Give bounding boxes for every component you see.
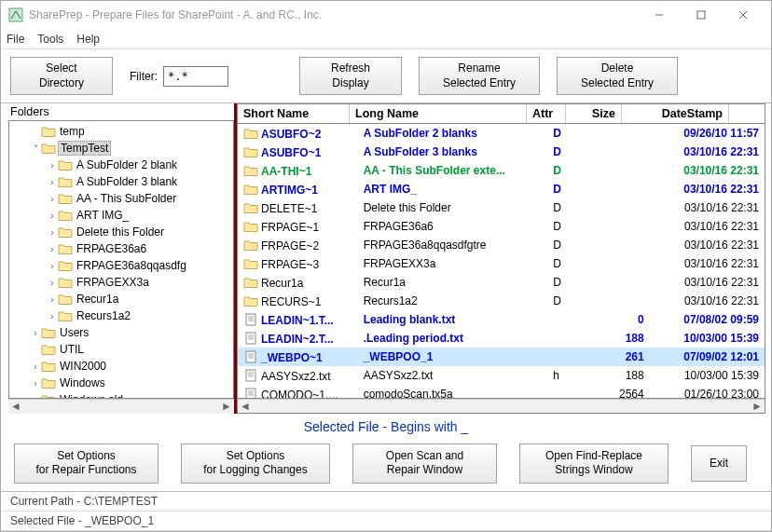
- expand-icon[interactable]: ›: [47, 244, 58, 254]
- list-row[interactable]: FRPAGE~3FRPAGEXX3aD03/10/16 22:31: [238, 254, 765, 273]
- list-row[interactable]: COMODO~1....comodoScan.tx5a256401/26/10 …: [238, 385, 765, 399]
- cell-size: 2564: [619, 388, 644, 399]
- tree-item[interactable]: ›FRPAGEXX3a: [9, 274, 233, 291]
- close-button[interactable]: [722, 2, 764, 28]
- col-datestamp[interactable]: DateStamp: [622, 104, 729, 123]
- tree-item[interactable]: ˅TempTest: [9, 140, 233, 157]
- expand-icon[interactable]: ›: [47, 227, 58, 238]
- tree-item[interactable]: ›WIN2000: [9, 358, 233, 375]
- refresh-display-button[interactable]: Refresh Display: [299, 57, 402, 95]
- scroll-left-icon[interactable]: ◄: [10, 400, 21, 413]
- list-row[interactable]: Recur1aRecur1aD03/10/16 22:31: [238, 273, 765, 292]
- minimize-button[interactable]: [638, 2, 680, 28]
- tree-item[interactable]: ›ART IMG_: [9, 207, 233, 224]
- tree-item-label: Recur1a: [75, 293, 120, 306]
- filter-input[interactable]: [163, 66, 228, 87]
- col-attr[interactable]: Attr: [527, 104, 566, 123]
- tree-item[interactable]: ›Recur1a: [9, 291, 233, 307]
- expand-icon[interactable]: ›: [47, 294, 58, 305]
- list-row[interactable]: RECURS~1Recurs1a2D03/10/16 22:31: [238, 292, 765, 310]
- expand-icon[interactable]: ›: [47, 194, 58, 204]
- expand-icon[interactable]: ›: [47, 177, 58, 187]
- expand-icon[interactable]: ›: [47, 211, 58, 221]
- select-directory-button[interactable]: Select Directory: [10, 57, 113, 95]
- set-logging-options-button[interactable]: Set Options for Logging Changes: [181, 443, 330, 484]
- menu-tools[interactable]: Tools: [37, 33, 63, 46]
- rename-selected-button[interactable]: Rename Selected Entry: [419, 57, 540, 95]
- menubar: File Tools Help: [1, 29, 771, 49]
- no-expand: [30, 127, 41, 137]
- tree-item[interactable]: ›A SubFolder 3 blank: [9, 173, 233, 190]
- cell-size: 188: [626, 369, 644, 382]
- cell-long: Recur1a: [364, 276, 406, 289]
- expand-icon[interactable]: ›: [47, 160, 58, 171]
- maximize-button[interactable]: [680, 2, 722, 28]
- expand-icon[interactable]: ›: [47, 311, 58, 321]
- list-header: Short Name Long Name Attr Size DateStamp: [237, 103, 765, 123]
- list-row[interactable]: FRPAGE~2FRPAGE36a8qqasdfgtreD03/10/16 22…: [238, 236, 765, 254]
- cell-short: _WEBPO~1: [261, 351, 323, 364]
- exit-button[interactable]: Exit: [691, 445, 747, 483]
- tree-item-label: TempTest: [58, 141, 111, 156]
- set-repair-options-button[interactable]: Set Options for Repair Functions: [14, 443, 159, 484]
- list-row[interactable]: AA-THI~1AA - This SubFolder exte...D03/1…: [238, 161, 765, 180]
- open-find-replace-button[interactable]: Open Find-Replace Strings Window: [519, 443, 669, 484]
- list-row[interactable]: AASYSxz2.txtAASYSxz2.txth18810/03/00 15:…: [238, 366, 765, 385]
- cell-short: FRPAGE~3: [261, 258, 319, 271]
- list-row[interactable]: LEADIN~1.T... Leading blank.txt007/08/02…: [238, 310, 765, 329]
- cell-short: ASUBFO~1: [261, 146, 321, 159]
- filter-label: Filter:: [130, 70, 158, 83]
- tree-item[interactable]: temp: [9, 123, 233, 140]
- tree-item[interactable]: ›Delete this Folder: [9, 224, 233, 240]
- expand-icon[interactable]: ›: [30, 378, 41, 389]
- tree-item[interactable]: UTIL: [9, 341, 233, 358]
- col-long-name[interactable]: Long Name: [350, 104, 527, 123]
- list-row[interactable]: ARTIMG~1ART IMG_D03/10/16 22:31: [238, 180, 765, 198]
- folder-icon: [243, 239, 258, 252]
- cell-short: COMODO~1....: [261, 389, 338, 399]
- folder-icon: [41, 376, 56, 389]
- tree-item-label: Windows: [58, 376, 107, 389]
- list-row[interactable]: DELETE~1Delete this FolderD03/10/16 22:3…: [238, 198, 765, 217]
- folder-tree[interactable]: temp˅TempTest›A SubFolder 2 blank›A SubF…: [8, 120, 234, 399]
- list-row[interactable]: FRPAGE~1FRPAGE36a6D03/10/16 22:31: [238, 217, 765, 236]
- scroll-left-icon[interactable]: ◄: [240, 400, 251, 413]
- tree-item[interactable]: ›Users: [9, 324, 233, 341]
- expand-icon[interactable]: ›: [47, 278, 58, 288]
- tree-item[interactable]: ›A SubFolder 2 blank: [9, 157, 233, 173]
- scroll-right-icon[interactable]: ►: [221, 400, 232, 413]
- tree-item[interactable]: ›Recurs1a2: [9, 307, 233, 324]
- collapse-icon[interactable]: ˅: [30, 143, 41, 154]
- tree-item[interactable]: ›FRPAGE36a6: [9, 240, 233, 257]
- list-row[interactable]: LEADIN~2.T....Leading period.txt18810/03…: [238, 329, 765, 348]
- main-window: SharePrep - Prepare Files for SharePoint…: [0, 0, 772, 532]
- col-size[interactable]: Size: [566, 104, 622, 123]
- col-short-name[interactable]: Short Name: [238, 104, 350, 123]
- list-hscroll[interactable]: ◄ ►: [237, 399, 765, 414]
- tree-item-label: FRPAGE36a8qqasdfg: [75, 259, 188, 272]
- tree-item[interactable]: ›FRPAGE36a8qqasdfg: [9, 257, 233, 274]
- expand-icon[interactable]: ›: [30, 328, 41, 338]
- tree-hscroll[interactable]: ◄ ►: [8, 399, 234, 414]
- svg-rect-17: [246, 370, 255, 381]
- cell-long: Recurs1a2: [364, 294, 418, 307]
- file-icon: [243, 332, 258, 345]
- open-scan-repair-button[interactable]: Open Scan and Repair Window: [352, 443, 497, 484]
- list-row[interactable]: _WEBPO~1_WEBPOO_126107/09/02 12:01: [238, 348, 765, 366]
- menu-help[interactable]: Help: [76, 33, 100, 46]
- toolbar: Select Directory Filter: Refresh Display…: [1, 49, 771, 102]
- tree-item[interactable]: ›Windows.old: [9, 391, 233, 399]
- file-list[interactable]: ASUBFO~2A SubFolder 2 blanksD09/26/10 11…: [237, 123, 765, 399]
- folder-icon: [243, 294, 258, 307]
- tree-item[interactable]: ›AA - This SubFolder: [9, 190, 233, 207]
- scroll-right-icon[interactable]: ►: [751, 400, 763, 413]
- tree-item[interactable]: ›Windows: [9, 375, 233, 391]
- list-row[interactable]: ASUBFO~2A SubFolder 2 blanksD09/26/10 11…: [238, 124, 765, 143]
- folder-icon: [58, 242, 73, 255]
- cell-short: LEADIN~2.T...: [261, 333, 334, 346]
- expand-icon[interactable]: ›: [30, 361, 41, 372]
- expand-icon[interactable]: ›: [47, 261, 58, 271]
- menu-file[interactable]: File: [7, 33, 24, 46]
- list-row[interactable]: ASUBFO~1A SubFolder 3 blanksD03/10/16 22…: [238, 143, 765, 161]
- delete-selected-button[interactable]: Delete Selected Entry: [557, 57, 678, 95]
